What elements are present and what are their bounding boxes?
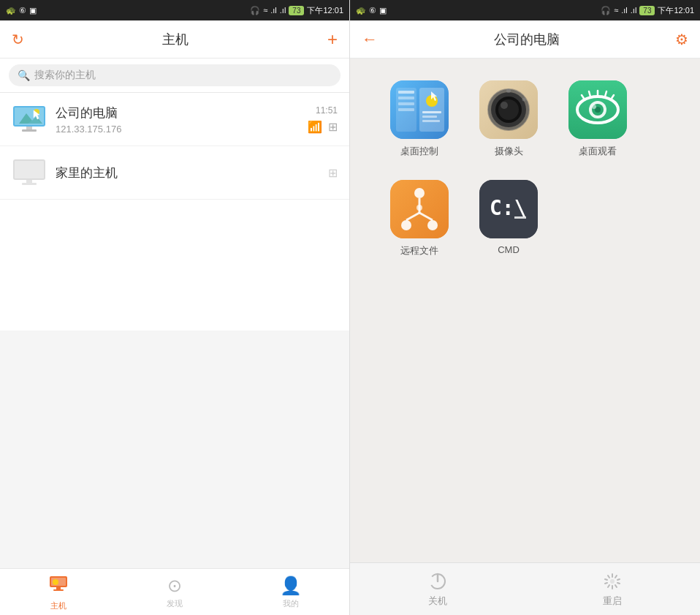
- host-list: 公司的电脑 121.33.175.176 11:51 📶 ⊞: [0, 93, 349, 331]
- svg-rect-7: [22, 129, 37, 132]
- host-meta-home: ⊞: [328, 166, 338, 180]
- back-button[interactable]: ←: [362, 30, 378, 49]
- bottom-nav: 主机 ⊙ 发现 👤 我的: [0, 568, 349, 615]
- nav-item-profile[interactable]: 👤 我的: [233, 570, 349, 615]
- camera-icon: [479, 80, 538, 139]
- svg-point-16: [53, 579, 58, 585]
- host-actions-home: ⊞: [328, 166, 338, 180]
- status-right-info: 🎧 ≈ .ıl .ıl 73 下午12:01: [250, 5, 343, 16]
- restart-icon: [602, 571, 623, 592]
- svg-point-33: [498, 99, 519, 120]
- svg-rect-9: [15, 161, 44, 178]
- svg-point-52: [427, 220, 438, 230]
- discover-nav-icon: ⊙: [167, 576, 182, 596]
- status-bar-left: 🐢 ⑥ ▣ 🎧 ≈ .ıl .ıl 73 下午12:01: [0, 0, 349, 20]
- host-info-home: 家里的主机: [56, 165, 328, 181]
- signal-icon: 📶: [308, 120, 322, 134]
- shutdown-button[interactable]: 关机: [350, 565, 525, 614]
- svg-line-69: [605, 583, 607, 584]
- host-name-company: 公司的电脑: [56, 105, 308, 121]
- svg-point-37: [522, 98, 526, 102]
- svg-rect-22: [398, 108, 414, 111]
- app-row-2: 远程文件 C:\ CMD: [365, 180, 685, 257]
- svg-rect-21: [398, 102, 414, 105]
- svg-rect-20: [398, 97, 414, 99]
- remote-file-icon: [390, 180, 449, 238]
- camera-label: 摄像头: [495, 145, 523, 158]
- desktop-view-label: 桌面观看: [579, 145, 617, 158]
- desktop-view-icon: [568, 80, 627, 139]
- profile-nav-icon: 👤: [280, 576, 302, 596]
- nav-label-profile: 我的: [283, 598, 299, 609]
- svg-rect-11: [22, 183, 37, 185]
- desktop-control-label: 桌面控制: [400, 145, 438, 158]
- svg-rect-14: [56, 587, 61, 589]
- app-item-remote-file[interactable]: 远程文件: [387, 180, 452, 257]
- nav-item-hosts[interactable]: 主机: [0, 567, 116, 616]
- app-grid: 桌面控制: [350, 59, 700, 562]
- remote-file-label: 远程文件: [400, 244, 438, 257]
- host-name-home: 家里的主机: [56, 165, 328, 181]
- svg-line-65: [617, 583, 620, 584]
- left-panel: 🐢 ⑥ ▣ 🎧 ≈ .ıl .ıl 73 下午12:01 ↻ 主机 + 🔍 搜索…: [0, 0, 350, 615]
- svg-point-50: [414, 188, 425, 198]
- svg-rect-15: [53, 589, 64, 591]
- svg-line-68: [608, 585, 609, 587]
- cmd-label: CMD: [498, 244, 520, 255]
- nav-item-discover[interactable]: ⊙ 发现: [116, 570, 232, 615]
- status-left-icons-right: 🐢 ⑥ ▣: [356, 6, 387, 15]
- search-placeholder: 搜索你的主机: [34, 69, 96, 82]
- svg-rect-19: [398, 91, 414, 94]
- settings-button[interactable]: ⚙: [675, 31, 688, 48]
- shutdown-label: 关机: [428, 595, 447, 608]
- windows-icon: ⊞: [328, 120, 338, 134]
- host-avatar-home: [12, 155, 47, 190]
- restart-label: 重启: [603, 595, 622, 608]
- app-item-desktop-control[interactable]: 桌面控制: [387, 80, 452, 158]
- status-bar-right: 🐢 ⑥ ▣ 🎧 ≈ .ıl .ıl 73 下午12:01: [350, 0, 700, 20]
- hosts-nav-icon: [48, 573, 69, 598]
- search-input-wrapper[interactable]: 🔍 搜索你的主机: [9, 64, 341, 86]
- status-left-icons: 🐢 ⑥ ▣: [6, 6, 37, 15]
- nav-label-hosts: 主机: [50, 600, 66, 611]
- app-item-cmd[interactable]: C:\ CMD: [476, 180, 541, 257]
- svg-point-51: [401, 220, 411, 230]
- app-row-1: 桌面控制: [365, 80, 685, 158]
- bottom-action-bar: 关机 重启: [350, 562, 700, 615]
- cmd-icon: C:\: [479, 180, 538, 238]
- svg-rect-59: [514, 216, 526, 219]
- left-panel-title: 主机: [162, 31, 189, 48]
- svg-line-71: [608, 576, 609, 578]
- host-ip-company: 121.33.175.176: [56, 124, 308, 135]
- right-panel: 🐢 ⑥ ▣ 🎧 ≈ .ıl .ıl 73 下午12:01 ← 公司的电脑 ⚙: [350, 0, 700, 615]
- svg-point-43: [592, 105, 596, 109]
- svg-line-66: [615, 585, 617, 587]
- svg-point-34: [501, 102, 508, 109]
- svg-line-63: [615, 576, 617, 578]
- host-item-company[interactable]: 公司的电脑 121.33.175.176 11:51 📶 ⊞: [0, 93, 349, 146]
- host-info-company: 公司的电脑 121.33.175.176: [56, 105, 308, 135]
- add-host-button[interactable]: +: [327, 29, 338, 50]
- host-item-home[interactable]: 家里的主机 ⊞: [0, 146, 349, 200]
- desktop-control-icon: [390, 80, 449, 139]
- left-header: ↻ 主机 +: [0, 20, 349, 59]
- restart-button[interactable]: 重启: [525, 565, 701, 614]
- svg-rect-6: [26, 127, 32, 129]
- power-icon: [427, 571, 448, 592]
- app-item-desktop-view[interactable]: 桌面观看: [565, 80, 631, 158]
- refresh-button[interactable]: ↻: [12, 31, 24, 48]
- search-bar: 🔍 搜索你的主机: [0, 59, 349, 93]
- windows-icon-home: ⊞: [328, 166, 338, 180]
- host-avatar-company: [12, 102, 47, 137]
- svg-line-64: [617, 579, 620, 580]
- svg-point-36: [506, 88, 511, 93]
- svg-line-70: [605, 579, 607, 580]
- app-item-camera[interactable]: 摄像头: [476, 80, 541, 158]
- right-header: ← 公司的电脑 ⚙: [350, 20, 700, 59]
- search-icon: 🔍: [18, 69, 30, 81]
- svg-rect-27: [422, 120, 440, 122]
- status-right-info-right: 🎧 ≈ .ıl .ıl 73 下午12:01: [601, 5, 694, 16]
- nav-label-discover: 发现: [167, 598, 183, 609]
- svg-rect-25: [422, 111, 441, 113]
- right-panel-title: 公司的电脑: [494, 31, 560, 48]
